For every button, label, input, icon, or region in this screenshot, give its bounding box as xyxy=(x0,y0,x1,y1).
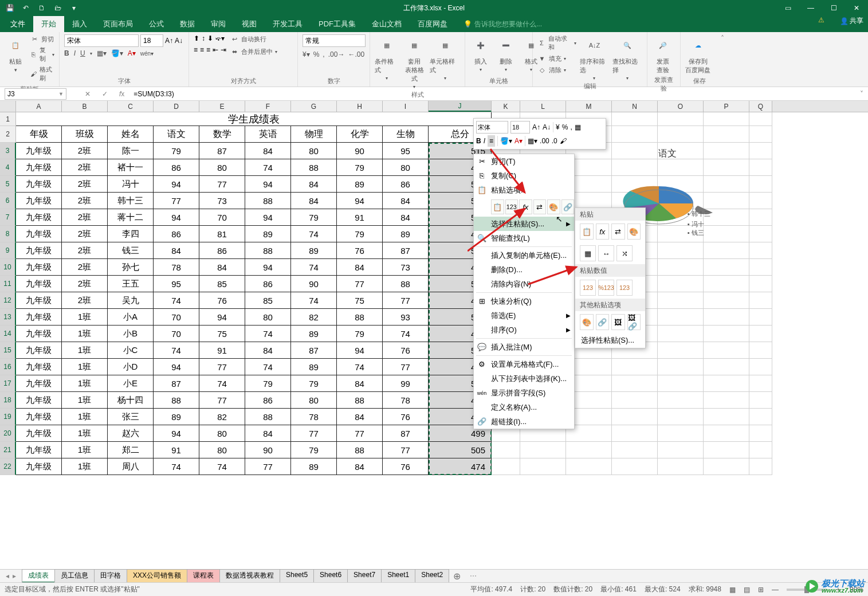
cell[interactable]: 86 xyxy=(154,226,199,242)
mini-currency-icon[interactable]: ¥ xyxy=(556,121,560,133)
sub-paste-transpose-icon[interactable]: ⤭ xyxy=(616,245,633,261)
cell[interactable]: 74 xyxy=(154,458,199,475)
cell[interactable] xyxy=(749,209,772,226)
col-header-E[interactable]: E xyxy=(199,101,245,112)
mini-comma-icon[interactable]: , xyxy=(570,121,572,133)
cell[interactable]: 1班 xyxy=(62,442,108,458)
cell[interactable]: 小D xyxy=(108,359,154,375)
cell[interactable]: 74 xyxy=(291,226,337,242)
cell[interactable] xyxy=(658,409,704,425)
cell[interactable]: 九年级 xyxy=(16,176,62,193)
undo-icon[interactable]: ↶ xyxy=(19,2,32,14)
sub-paste-keep-icon[interactable]: 🎨 xyxy=(627,223,641,240)
cell[interactable]: 87 xyxy=(291,342,337,359)
cell[interactable]: 冯十 xyxy=(108,176,154,193)
cell[interactable] xyxy=(704,112,749,126)
tab-data[interactable]: 数据 xyxy=(172,16,203,32)
cell[interactable]: 70 xyxy=(154,309,199,326)
cell[interactable]: 88 xyxy=(383,276,429,292)
close-icon[interactable]: ✕ xyxy=(845,0,868,16)
cell[interactable] xyxy=(749,392,772,409)
cell[interactable]: 1班 xyxy=(62,458,108,475)
row-header[interactable]: 12 xyxy=(0,292,16,309)
cell[interactable]: 95 xyxy=(383,143,429,159)
cell[interactable]: 91 xyxy=(199,342,245,359)
cell[interactable]: 84 xyxy=(337,458,383,475)
cell[interactable] xyxy=(749,425,772,442)
fapiao-button[interactable]: 🔎发票 查验 xyxy=(652,34,674,74)
fill-color-button[interactable]: 🪣▾ xyxy=(111,49,123,57)
row-header[interactable]: 8 xyxy=(0,226,16,242)
cell[interactable]: 79 xyxy=(291,209,337,226)
tab-home[interactable]: 开始 xyxy=(33,16,64,32)
cell[interactable]: 78 xyxy=(154,259,199,276)
cell[interactable] xyxy=(704,392,749,409)
cell[interactable]: 86 xyxy=(154,159,199,176)
cell[interactable]: 语文 xyxy=(154,126,199,143)
cell[interactable]: 九年级 xyxy=(16,143,62,159)
cell[interactable]: 1班 xyxy=(62,409,108,425)
mini-border-icon[interactable]: ▦▾ xyxy=(528,135,537,147)
cell[interactable]: 94 xyxy=(245,209,291,226)
cell[interactable] xyxy=(612,126,658,143)
sheet-nav-first-icon[interactable]: ◂ xyxy=(6,572,9,580)
sub-picture-icon[interactable]: 🖼 xyxy=(611,314,625,330)
col-header-A[interactable]: A xyxy=(16,101,62,112)
cell[interactable]: 吴九 xyxy=(108,292,154,309)
mini-bold-icon[interactable]: B xyxy=(476,137,481,145)
tab-view[interactable]: 视图 xyxy=(234,16,265,32)
cell[interactable]: 74 xyxy=(291,292,337,309)
cell[interactable] xyxy=(492,458,520,475)
cell[interactable]: 89 xyxy=(291,326,337,342)
cell[interactable] xyxy=(749,375,772,392)
font-color-button[interactable]: A▾ xyxy=(128,49,136,57)
cell[interactable]: 86 xyxy=(245,276,291,292)
save-icon[interactable]: 💾 xyxy=(3,2,16,14)
row-header[interactable]: 22 xyxy=(0,458,16,475)
col-header-K[interactable]: K xyxy=(492,101,520,112)
new-sheet-button[interactable]: ⊕ xyxy=(449,571,465,582)
cell[interactable]: 赵六 xyxy=(108,425,154,442)
cell[interactable] xyxy=(658,359,704,375)
sub-fmt-icon[interactable]: 🎨 xyxy=(580,314,594,330)
paste-formatting-icon[interactable]: 🎨 xyxy=(547,199,560,214)
cell[interactable]: 九年级 xyxy=(16,359,62,375)
view-break-icon[interactable]: ⊞ xyxy=(758,586,764,594)
cell[interactable]: 91 xyxy=(154,442,199,458)
cell[interactable]: 77 xyxy=(337,276,383,292)
cell[interactable]: 70 xyxy=(154,326,199,342)
cell[interactable] xyxy=(749,226,772,242)
cell[interactable] xyxy=(704,292,749,309)
cell[interactable]: 80 xyxy=(199,425,245,442)
name-box[interactable]: J3▼ xyxy=(5,88,66,100)
cell[interactable]: 94 xyxy=(154,359,199,375)
mini-decimal2-icon[interactable]: .0 xyxy=(552,135,557,147)
cell[interactable]: 张三 xyxy=(108,409,154,425)
cell[interactable] xyxy=(704,126,749,143)
tab-layout[interactable]: 页面布局 xyxy=(95,16,141,32)
cell[interactable]: 小B xyxy=(108,326,154,342)
italic-button[interactable]: I xyxy=(74,49,76,57)
sub-paste-width-icon[interactable]: ↔ xyxy=(598,245,614,261)
maximize-icon[interactable]: ☐ xyxy=(822,0,845,16)
row-header[interactable]: 18 xyxy=(0,392,16,409)
cell[interactable]: 95 xyxy=(154,276,199,292)
row-header[interactable]: 13 xyxy=(0,309,16,326)
cell[interactable]: 89 xyxy=(337,176,383,193)
mini-percent-icon[interactable]: % xyxy=(562,121,568,133)
cell[interactable]: 钱三 xyxy=(108,242,154,259)
sub-linkedpic-icon[interactable]: 🖼🔗 xyxy=(627,314,641,330)
sheet-tab[interactable]: 课程表 xyxy=(187,569,220,583)
cell[interactable]: 73 xyxy=(199,193,245,209)
cell[interactable] xyxy=(612,392,658,409)
cell[interactable] xyxy=(749,242,772,259)
cell[interactable]: 90 xyxy=(337,143,383,159)
cell[interactable]: 74 xyxy=(199,375,245,392)
ctx-sort[interactable]: 排序(O)▶ xyxy=(474,323,574,337)
cell[interactable]: 94 xyxy=(245,176,291,193)
col-header-H[interactable]: H xyxy=(337,101,383,112)
cell[interactable] xyxy=(749,143,772,159)
cell[interactable]: 九年级 xyxy=(16,276,62,292)
cell[interactable]: 年级 xyxy=(16,126,62,143)
cell[interactable]: 76 xyxy=(383,409,429,425)
